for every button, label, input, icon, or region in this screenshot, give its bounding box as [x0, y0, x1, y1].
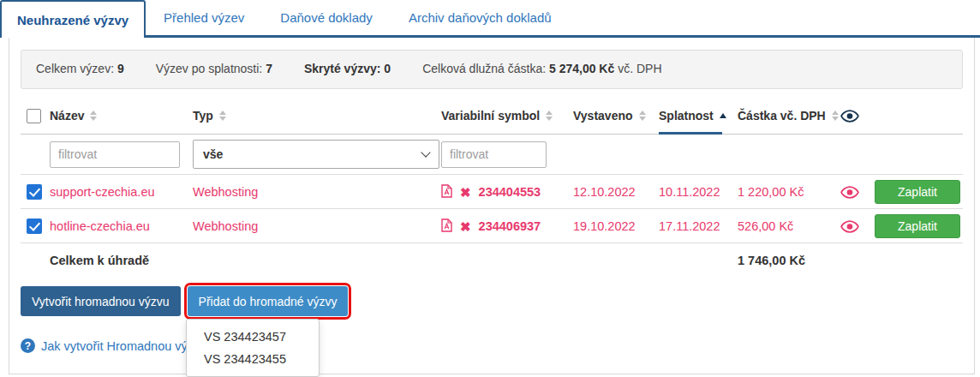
summary-value: 7: [266, 62, 272, 75]
column-header-issued[interactable]: Vystaveno: [573, 98, 659, 134]
chevron-down-icon: [421, 147, 430, 157]
column-header-name[interactable]: Název: [50, 98, 193, 134]
column-header-amount[interactable]: Částka vč. DPH: [738, 98, 840, 134]
row-checkbox[interactable]: [27, 184, 42, 200]
row-due-date: 10.11.2022: [659, 185, 738, 199]
row-checkbox-cell: [21, 184, 50, 200]
tab-bar: Neuhrazené výzvy Přehled výzev Daňové do…: [0, 0, 980, 38]
summary-value: 0: [384, 62, 391, 75]
bulk-actions: Vytvořit hromadnou výzvu Přidat do hroma…: [21, 286, 963, 316]
question-icon: ?: [21, 338, 35, 353]
summary-label: Skryté výzvy:: [304, 62, 381, 75]
name-filter-input[interactable]: [50, 141, 180, 168]
bulk-request-dropdown: VS 234423457 VS 234423455: [186, 319, 320, 377]
column-header-due-date[interactable]: Splatnost: [659, 98, 738, 134]
row-issued-date: 19.10.2022: [573, 219, 659, 233]
unpaid-requests-panel: Celkem výzev: 9 Výzev po splatnosti: 7 S…: [9, 38, 975, 374]
row-amount: 1 220,00 Kč: [738, 185, 840, 199]
summary-total-due: Celková dlužná částka: 5 274,00 Kč vč. D…: [422, 62, 661, 77]
summary-suffix: vč. DPH: [618, 62, 661, 75]
total-label: Celkem k úhradě: [50, 254, 441, 267]
column-header-label: Variabilní symbol: [441, 109, 540, 123]
remove-icon[interactable]: ✖: [460, 186, 471, 199]
sort-icon: [639, 111, 646, 121]
summary-label: Výzev po splatnosti:: [156, 62, 263, 75]
column-header-type[interactable]: Typ: [193, 98, 441, 134]
column-header-visibility[interactable]: [840, 99, 875, 134]
name-filter-cell: [50, 141, 193, 168]
sort-icon: [90, 111, 97, 121]
total-amount: 1 746,00 Kč: [738, 254, 840, 267]
row-due-date: 17.11.2022: [659, 219, 738, 233]
sort-asc-icon: [720, 113, 726, 118]
row-eye-icon[interactable]: [840, 186, 875, 199]
summary-value: 5 274,00 Kč: [549, 62, 614, 75]
row-variable-symbol[interactable]: 234404553: [479, 185, 541, 199]
summary-label: Celková dlužná částka:: [422, 62, 546, 75]
select-all-checkbox[interactable]: [27, 109, 41, 123]
summary-overdue-requests: Výzev po splatnosti: 7: [156, 62, 272, 77]
pay-button[interactable]: Zaplatit: [875, 214, 960, 238]
row-type: Webhosting: [193, 185, 441, 199]
sort-icon: [832, 111, 839, 121]
table-header-row: Název Typ Variabilní symbol Vystaveno Sp…: [21, 98, 963, 135]
sort-icon: [219, 111, 226, 121]
row-name-link[interactable]: support-czechia.eu: [50, 185, 193, 199]
column-header-label: Název: [50, 109, 84, 123]
create-bulk-request-button[interactable]: Vytvořit hromadnou výzvu: [21, 286, 181, 316]
row-variable-symbol[interactable]: 234406937: [479, 219, 541, 233]
type-filter-select[interactable]: vše: [193, 140, 439, 169]
add-to-bulk-request-button[interactable]: Přidat do hromadné výzvy: [188, 286, 349, 316]
column-header-label: Typ: [193, 109, 213, 123]
row-checkbox-cell: [21, 218, 50, 234]
column-header-label: Částka vč. DPH: [738, 109, 826, 123]
row-checkbox[interactable]: [27, 218, 42, 234]
type-filter-value: vše: [203, 147, 223, 161]
tab-requests-overview[interactable]: Přehled výzev: [146, 0, 262, 35]
dropdown-item-vs[interactable]: VS 234423457: [187, 326, 319, 348]
tab-unpaid-requests[interactable]: Neuhrazené výzvy: [0, 0, 146, 38]
row-issued-date: 12.10.2022: [573, 185, 659, 199]
summary-bar: Celkem výzev: 9 Výzev po splatnosti: 7 S…: [21, 50, 963, 89]
total-row: Celkem k úhradě 1 746,00 Kč: [21, 243, 963, 278]
help-link-label: Jak vytvořit Hromadnou výzvu: [41, 339, 206, 353]
requests-table: Název Typ Variabilní symbol Vystaveno Sp…: [21, 98, 963, 278]
column-header-variable-symbol[interactable]: Variabilní symbol: [441, 98, 573, 134]
vs-filter-cell: [441, 141, 573, 168]
summary-hidden-requests: Skryté výzvy: 0: [304, 62, 391, 77]
sort-icon: [546, 111, 553, 121]
row-vs-cell: ✖ 234406937: [441, 218, 573, 235]
filter-row: vše: [21, 135, 963, 175]
row-name-link[interactable]: hotline-czechia.eu: [50, 219, 193, 233]
summary-total-requests: Celkem výzev: 9: [36, 62, 124, 77]
tab-tax-documents[interactable]: Daňové doklady: [262, 0, 391, 35]
pdf-icon[interactable]: [441, 184, 452, 200]
pdf-icon[interactable]: [441, 218, 452, 235]
row-action-cell: Zaplatit: [875, 214, 963, 238]
dropdown-item-vs[interactable]: VS 234423455: [187, 348, 319, 370]
summary-label: Celkem výzev:: [36, 62, 114, 75]
row-vs-cell: ✖ 234404553: [441, 184, 573, 200]
row-action-cell: Zaplatit: [875, 180, 963, 204]
type-filter-cell: vše: [193, 140, 441, 169]
remove-icon[interactable]: ✖: [460, 220, 471, 233]
tab-tax-documents-archive[interactable]: Archiv daňových dokladů: [391, 0, 570, 35]
vs-filter-input[interactable]: [441, 141, 547, 168]
row-amount: 526,00 Kč: [738, 219, 840, 233]
row-type: Webhosting: [193, 219, 441, 233]
row-eye-icon[interactable]: [840, 220, 875, 233]
header-checkbox-cell: [21, 109, 50, 123]
column-header-label: Splatnost: [659, 109, 714, 123]
summary-value: 9: [117, 62, 124, 75]
pay-button[interactable]: Zaplatit: [875, 180, 960, 204]
eye-icon: [840, 110, 859, 123]
table-row: hotline-czechia.eu Webhosting ✖ 23440693…: [21, 209, 963, 243]
help-link[interactable]: ? Jak vytvořit Hromadnou výzvu: [21, 338, 206, 353]
table-row: support-czechia.eu Webhosting ✖ 23440455…: [21, 175, 963, 209]
column-header-label: Vystaveno: [573, 109, 633, 123]
